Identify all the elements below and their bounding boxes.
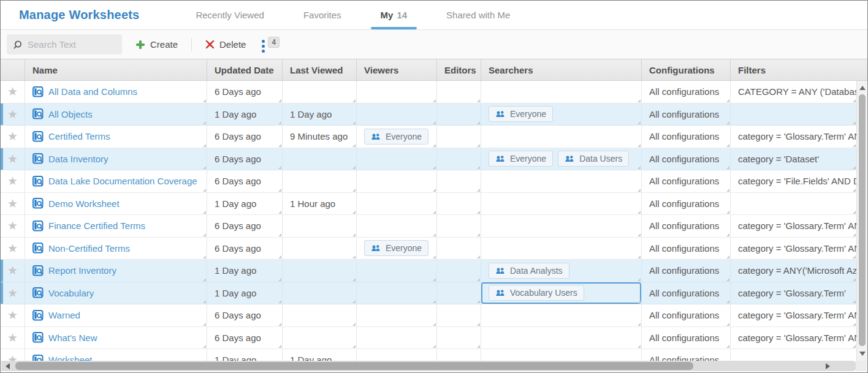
table-row[interactable]: ★ Demo Worksheet 1 Day ago 1 Hour ago Al… bbox=[1, 193, 856, 216]
worksheet-name-link[interactable]: Warned bbox=[48, 310, 80, 320]
column-header-last-viewed[interactable]: Last Viewed bbox=[283, 59, 357, 80]
favorite-cell[interactable]: ★ bbox=[1, 193, 25, 215]
star-icon[interactable]: ★ bbox=[7, 220, 18, 232]
favorite-cell[interactable]: ★ bbox=[1, 304, 25, 326]
star-icon[interactable]: ★ bbox=[7, 287, 18, 299]
column-header-editors[interactable]: Editors bbox=[437, 59, 481, 80]
column-header-configurations[interactable]: Configurations bbox=[642, 59, 731, 80]
star-icon[interactable]: ★ bbox=[7, 175, 18, 187]
worksheet-name-link[interactable]: Data Lake Documentation Coverage bbox=[48, 176, 197, 186]
star-icon[interactable]: ★ bbox=[7, 108, 18, 120]
tab-my[interactable]: My 14 bbox=[370, 1, 419, 29]
table-row[interactable]: ★ Certified Terms 6 Days ago 9 Minutes a… bbox=[1, 126, 856, 148]
table-row[interactable]: ★ Worksheet 1 Day ago 1 Day ago All conf… bbox=[1, 349, 856, 361]
horizontal-scrollbar-thumb[interactable] bbox=[15, 362, 693, 370]
table-row[interactable]: ★ All Objects 1 Day ago 1 Day ago Everyo… bbox=[1, 104, 856, 126]
worksheet-name-link[interactable]: Non-Certified Terms bbox=[48, 243, 130, 254]
favorite-cell[interactable]: ★ bbox=[1, 170, 25, 192]
name-cell[interactable]: Data Inventory bbox=[25, 148, 207, 170]
tab-shared-with-me[interactable]: Shared with Me bbox=[435, 1, 521, 29]
table-row[interactable]: ★ Non-Certified Terms 6 Days ago Everyon… bbox=[1, 238, 856, 260]
worksheet-name-link[interactable]: All Objects bbox=[48, 109, 93, 119]
scroll-left-arrow-icon[interactable] bbox=[6, 363, 10, 369]
favorite-cell[interactable]: ★ bbox=[1, 104, 25, 126]
name-cell[interactable]: Demo Worksheet bbox=[25, 193, 207, 215]
table-row[interactable]: ★ Warned 6 Days ago All configurations c… bbox=[1, 304, 856, 327]
table-row[interactable]: ★ What's New 6 Days ago All configuratio… bbox=[1, 327, 856, 350]
name-cell[interactable]: Worksheet bbox=[25, 349, 207, 361]
group-badge[interactable]: Everyone bbox=[364, 240, 428, 256]
table-row[interactable]: ★ Vocabulary 1 Day ago Vocabulary Users … bbox=[1, 282, 856, 305]
favorite-cell[interactable]: ★ bbox=[1, 349, 25, 361]
table-row[interactable]: ★ All Data and Columns 6 Days ago All co… bbox=[1, 81, 856, 104]
group-badge[interactable]: Everyone bbox=[489, 106, 553, 122]
search-box[interactable] bbox=[7, 34, 122, 55]
column-header-updated-date[interactable]: Updated Date bbox=[207, 59, 283, 80]
column-header-viewers[interactable]: Viewers bbox=[357, 59, 437, 80]
worksheet-name-link[interactable]: Certified Terms bbox=[48, 131, 110, 141]
name-cell[interactable]: Non-Certified Terms bbox=[25, 238, 207, 260]
group-badge[interactable]: Vocabulary Users bbox=[489, 285, 584, 301]
worksheet-name-link[interactable]: Worksheet bbox=[48, 355, 92, 361]
group-badge[interactable]: Data Analysts bbox=[489, 263, 569, 279]
worksheet-name-link[interactable]: Finance Certified Terms bbox=[48, 220, 145, 231]
favorite-cell[interactable]: ★ bbox=[1, 148, 25, 170]
favorite-cell[interactable]: ★ bbox=[1, 260, 25, 282]
favorite-cell[interactable]: ★ bbox=[1, 215, 25, 237]
column-header-searchers[interactable]: Searchers bbox=[481, 59, 642, 80]
table-row[interactable]: ★ Report Inventory 1 Day ago Data Analys… bbox=[1, 260, 856, 282]
favorite-cell[interactable]: ★ bbox=[1, 327, 25, 349]
name-cell[interactable]: What's New bbox=[25, 327, 207, 349]
name-cell[interactable]: All Data and Columns bbox=[25, 81, 207, 103]
worksheet-name-link[interactable]: Report Inventory bbox=[48, 265, 116, 276]
vertical-scrollbar-thumb[interactable] bbox=[859, 94, 866, 346]
star-icon[interactable]: ★ bbox=[7, 130, 18, 142]
scroll-right-arrow-icon[interactable] bbox=[826, 363, 830, 369]
column-header-name[interactable]: Name bbox=[25, 59, 207, 80]
worksheet-name-link[interactable]: What's New bbox=[48, 333, 97, 343]
star-icon[interactable]: ★ bbox=[7, 265, 18, 276]
searchers-cell: Everyone bbox=[481, 104, 642, 126]
vertical-scrollbar[interactable] bbox=[856, 81, 867, 361]
group-badge[interactable]: Data Users bbox=[558, 151, 629, 167]
scroll-down-arrow-icon[interactable] bbox=[859, 352, 866, 356]
star-icon[interactable]: ★ bbox=[7, 332, 18, 344]
group-badge[interactable]: Everyone bbox=[489, 151, 553, 167]
name-cell[interactable]: Warned bbox=[25, 304, 207, 326]
table-row[interactable]: ★ Data Inventory 6 Days ago EveryoneData… bbox=[1, 148, 856, 171]
tab-recently-viewed[interactable]: Recently Viewed bbox=[185, 1, 275, 29]
name-cell[interactable]: Certified Terms bbox=[25, 126, 207, 148]
favorite-cell[interactable]: ★ bbox=[1, 238, 25, 260]
favorite-cell[interactable]: ★ bbox=[1, 282, 25, 304]
name-cell[interactable]: All Objects bbox=[25, 104, 207, 126]
scroll-up-arrow-icon[interactable] bbox=[859, 86, 866, 90]
delete-button[interactable]: Delete bbox=[205, 39, 246, 50]
worksheet-name-link[interactable]: All Data and Columns bbox=[48, 86, 137, 97]
name-cell[interactable]: Finance Certified Terms bbox=[25, 215, 207, 237]
horizontal-scrollbar[interactable] bbox=[1, 361, 857, 371]
star-icon[interactable]: ★ bbox=[7, 243, 18, 254]
star-icon[interactable]: ★ bbox=[7, 198, 18, 209]
star-icon[interactable]: ★ bbox=[7, 309, 18, 321]
star-icon[interactable]: ★ bbox=[7, 354, 18, 361]
people-icon bbox=[495, 110, 506, 118]
group-badge[interactable]: Everyone bbox=[364, 129, 428, 145]
tab-favorites[interactable]: Favorites bbox=[292, 1, 352, 29]
create-button[interactable]: Create bbox=[135, 39, 178, 50]
name-cell[interactable]: Data Lake Documentation Coverage bbox=[25, 170, 207, 192]
worksheet-name-link[interactable]: Data Inventory bbox=[48, 154, 108, 164]
search-input[interactable] bbox=[28, 39, 113, 50]
star-icon[interactable]: ★ bbox=[7, 153, 18, 165]
name-cell[interactable]: Vocabulary bbox=[25, 282, 207, 304]
table-row[interactable]: ★ Finance Certified Terms 6 Days ago All… bbox=[1, 215, 856, 238]
star-icon[interactable]: ★ bbox=[7, 86, 18, 97]
favorite-cell[interactable]: ★ bbox=[1, 126, 25, 148]
favorite-cell[interactable]: ★ bbox=[1, 81, 25, 103]
table-row[interactable]: ★ Data Lake Documentation Coverage 6 Day… bbox=[1, 170, 856, 193]
worksheet-name-link[interactable]: Demo Worksheet bbox=[48, 198, 120, 209]
name-cell[interactable]: Report Inventory bbox=[25, 260, 207, 282]
column-header-filters[interactable]: Filters bbox=[731, 59, 867, 80]
configurations-cell: All configurations bbox=[642, 193, 731, 215]
worksheet-name-link[interactable]: Vocabulary bbox=[48, 288, 94, 298]
more-actions-button[interactable]: 4 bbox=[262, 37, 280, 53]
